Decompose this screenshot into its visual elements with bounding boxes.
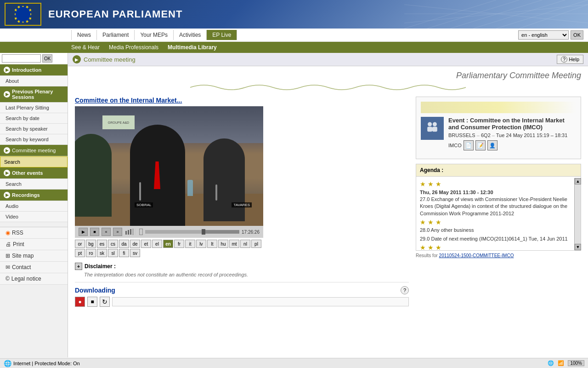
sidebar-item-search2[interactable]: Search [0,179,68,190]
sidebar-label-legal: Legal notice [11,276,41,282]
sidebar-label-contact: Contact [12,264,31,270]
svg-point-22 [428,122,432,126]
scroll-up-button[interactable]: ▲ [575,178,581,184]
agenda-box: Agenda : ★ ★ ★ Thu, 26 May 2011 11:30 - … [416,164,581,251]
nav-ep-live[interactable]: EP Live [207,30,237,40]
svg-rect-25 [432,126,437,132]
lang-tab-pt[interactable]: pt [75,249,85,257]
lang-tab-sl[interactable]: sl [108,249,118,257]
agenda-item27: 27.0 Exchange of views with Commissioner… [420,196,572,217]
lang-tab-nl[interactable]: nl [240,240,250,248]
sidebar-item-search-by-date[interactable]: Search by date [0,113,68,124]
results-link[interactable]: 20110524-1500-COMMITTEE-IMCO [439,253,514,258]
lang-tab-lv[interactable]: lv [196,240,206,248]
lang-tab-it[interactable]: it [185,240,195,248]
progress-track[interactable] [145,230,239,234]
agenda-content[interactable]: ★ ★ ★ Thu, 26 May 2011 11:30 - 12:30 27.… [416,177,581,250]
language-select[interactable]: en - english fr - français de - deutsch [518,30,569,40]
rewind-button[interactable]: « [102,228,111,236]
lang-tab-cs[interactable]: cs [108,240,118,248]
lang-tab-en[interactable]: en [163,240,173,248]
sidebar-item-contact[interactable]: ✉ Contact [0,262,68,273]
sidebar-item-recordings[interactable]: ▶ Recordings [0,190,68,201]
nav-parliament[interactable]: Parliament [97,30,135,40]
lang-tab-or[interactable]: or [75,240,85,248]
lang-tab-de[interactable]: de [130,240,140,248]
lang-tab-hu[interactable]: hu [218,240,228,248]
svg-line-13 [404,0,496,29]
nav-news[interactable]: News [71,30,97,40]
stop-button[interactable]: ■ [90,228,99,236]
sidebar-label-search2: Search [6,181,22,187]
sidebar-item-committee-meeting[interactable]: ▶ Committee meeting [0,145,68,156]
sidebar-item-legal[interactable]: © Legal notice [0,273,68,285]
downloading-help-icon[interactable]: ? [401,286,409,294]
left-column: Committee on the Internal Market... [75,97,409,307]
sidebar-search-input[interactable] [2,54,41,63]
scroll-track[interactable] [575,184,581,244]
sidebar-label-other-events: Other events [12,170,43,176]
sidebar-item-search-by-speaker[interactable]: Search by speaker [0,124,68,134]
help-button[interactable]: ? Help [557,55,583,64]
nav-your-meps[interactable]: Your MEPs [135,30,174,40]
nav-activities[interactable]: Activities [174,30,207,40]
sec-nav-see-hear[interactable]: See & Hear [71,44,100,51]
sidebar-item-other-events[interactable]: ▶ Other events [0,167,68,179]
sidebar-item-search-by-keyword[interactable]: Search by keyword [0,134,68,145]
scroll-down-button[interactable]: ▼ [575,244,581,250]
disclaimer-toggle[interactable]: + [75,263,82,270]
tag-person-icon[interactable]: 👤 [487,140,498,150]
meeting-scene: SOBRAL TAVARES GROUPE A&D [75,106,263,226]
video-title[interactable]: Committee on the Internal Market... [75,97,409,104]
sidebar-item-print[interactable]: 🖨 Print [0,239,68,250]
sidebar-item-video[interactable]: Video [0,212,68,222]
zoom-button[interactable]: 100% [568,360,584,366]
event-info-box: Event : Committee on the Internal Market… [416,97,581,159]
sidebar-item-audio[interactable]: Audio [0,201,68,212]
sidebar-item-previous-plenary[interactable]: ▶ Previous Plenary Sessions [0,86,68,103]
lang-tab-mt[interactable]: mt [229,240,239,248]
sec-nav-media[interactable]: Media Professionals [109,44,158,51]
lang-tab-sk[interactable]: sk [97,249,107,257]
sidebar-item-search[interactable]: Search [0,156,68,167]
sidebar-item-introduction[interactable]: ▶ Introduction [0,64,68,76]
lang-tab-et[interactable]: et [141,240,151,248]
sidebar-label-previous-plenary: Previous Plenary Sessions [12,89,64,100]
stop-download-button[interactable]: ■ [87,297,97,307]
sidebar-item-last-plenary[interactable]: Last Plenary Sitting [0,103,68,113]
forward-button[interactable]: » [113,228,122,236]
lang-ok-button[interactable]: OK [571,30,583,40]
breadcrumb-arrow-icon: ▶ [73,55,81,63]
lang-tab-el[interactable]: el [152,240,162,248]
volume-thumb[interactable] [139,229,143,235]
contact-icon: ✉ [6,264,10,270]
sidebar-item-sitemap[interactable]: ⊞ Site map [0,250,68,262]
record-button[interactable]: ● [75,297,85,307]
lang-tab-da[interactable]: da [119,240,129,248]
person1-silhouette [75,134,112,217]
sidebar-item-about[interactable]: About [0,76,68,86]
lang-tab-lt[interactable]: lt [207,240,217,248]
sidebar-search-button[interactable]: OK [42,54,52,63]
lang-tab-fi[interactable]: fi [119,249,129,257]
right-column: Event : Committee on the Internal Market… [416,97,581,307]
rss-icon: ◉ [6,230,10,236]
lang-tab-bg[interactable]: bg [86,240,96,248]
lang-tab-sv[interactable]: sv [130,249,140,257]
sidebar: OK ▶ Introduction About ▶ Previous Plena… [0,53,68,357]
progress-thumb[interactable] [202,229,205,235]
sidebar-label-about: About [6,78,19,84]
tag-doc-icon[interactable]: 📝 [475,140,486,150]
lang-tab-pl[interactable]: pl [251,240,261,248]
disclaimer-label: Disclaimer : [85,263,116,270]
tag-pdf-icon[interactable]: 📄 [464,140,474,150]
lang-tab-ro[interactable]: ro [86,249,96,257]
refresh-button[interactable]: ↻ [100,297,110,307]
person3-silhouette [204,138,245,221]
event-bg-decoration [421,102,576,113]
sec-nav-multimedia[interactable]: Multimedia Library [168,44,217,51]
lang-tab-fr[interactable]: fr [174,240,184,248]
play-button[interactable]: ▶ [79,228,88,236]
lang-tab-es[interactable]: es [97,240,107,248]
sidebar-item-rss[interactable]: ◉ RSS [0,227,68,239]
